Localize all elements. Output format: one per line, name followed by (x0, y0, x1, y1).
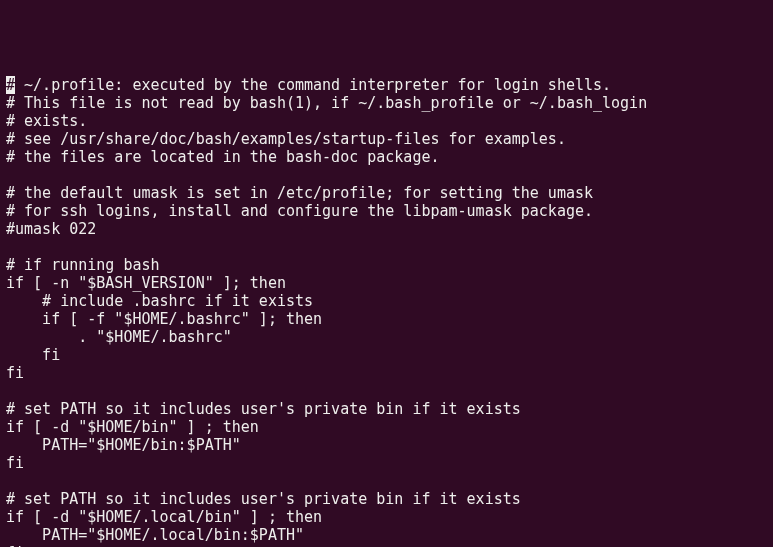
terminal-line-3: # see /usr/share/doc/bash/examples/start… (6, 130, 566, 148)
cursor-char: # (6, 76, 15, 94)
terminal-line-13: if [ -f "$HOME/.bashrc" ]; then (6, 310, 322, 328)
terminal-line-14: . "$HOME/.bashrc" (6, 328, 232, 346)
terminal-line-10: # if running bash (6, 256, 160, 274)
terminal-line-21: fi (6, 454, 24, 472)
terminal-line-8: #umask 022 (6, 220, 96, 238)
terminal-line-19: if [ -d "$HOME/bin" ] ; then (6, 418, 259, 436)
terminal-line-0: ~/.profile: executed by the command inte… (15, 76, 611, 94)
terminal-line-1: # This file is not read by bash(1), if ~… (6, 94, 647, 112)
terminal-line-2: # exists. (6, 112, 87, 130)
terminal-line-6: # the default umask is set in /etc/profi… (6, 184, 593, 202)
terminal-line-16: fi (6, 364, 24, 382)
terminal-line-23: # set PATH so it includes user's private… (6, 490, 521, 508)
terminal-line-15: fi (6, 346, 60, 364)
terminal-line-24: if [ -d "$HOME/.local/bin" ] ; then (6, 508, 322, 526)
terminal-output[interactable]: # ~/.profile: executed by the command in… (6, 76, 767, 547)
terminal-line-7: # for ssh logins, install and configure … (6, 202, 593, 220)
terminal-line-4: # the files are located in the bash-doc … (6, 148, 439, 166)
terminal-line-20: PATH="$HOME/bin:$PATH" (6, 436, 241, 454)
terminal-line-11: if [ -n "$BASH_VERSION" ]; then (6, 274, 286, 292)
terminal-line-25: PATH="$HOME/.local/bin:$PATH" (6, 526, 304, 544)
terminal-line-18: # set PATH so it includes user's private… (6, 400, 521, 418)
terminal-line-12: # include .bashrc if it exists (6, 292, 313, 310)
